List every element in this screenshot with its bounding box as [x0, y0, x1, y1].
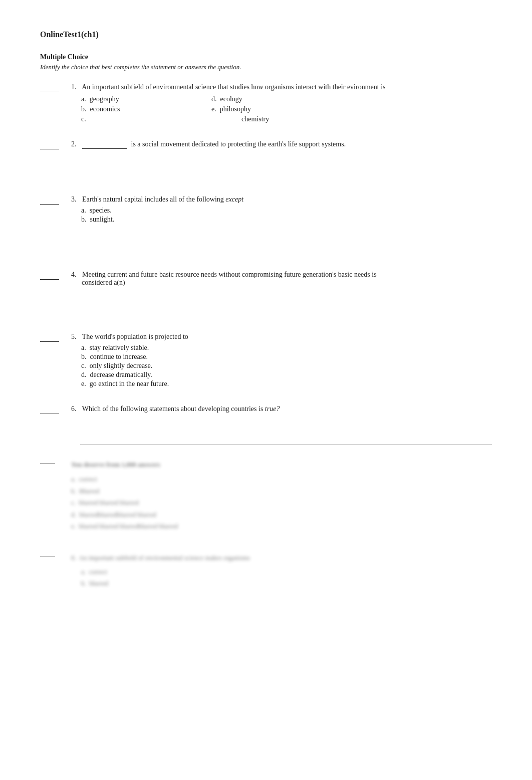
choices-list-3: a. species. b. sunlight. — [81, 207, 492, 224]
answer-blank-1[interactable] — [40, 83, 65, 92]
question-number-3: 3. — [71, 196, 77, 204]
question-content-2: 2. is a social movement dedicated to pro… — [71, 140, 492, 149]
choice-3a: a. species. — [81, 207, 492, 215]
question-number-2: 2. — [71, 140, 77, 148]
answer-blank-5[interactable] — [40, 333, 65, 342]
answer-blank-2[interactable] — [40, 140, 65, 149]
question-content-6: 6. Which of the following statements abo… — [71, 405, 492, 413]
answer-blank-blurred — [40, 455, 65, 464]
question-text-1: An important subfield of environmental s… — [82, 83, 385, 91]
question-number-1: 1. — [71, 83, 77, 91]
choice-1e: e. philosophy — [211, 105, 322, 113]
question-block-2: 2. is a social movement dedicated to pro… — [40, 140, 492, 149]
blurred-content: You deserve from 1,000 answers a. correc… — [71, 459, 492, 532]
answer-blank-blurred-2 — [40, 548, 65, 557]
question-content-3: 3. Earth's natural capital includes all … — [71, 196, 492, 225]
blurred-content-2: 8. An important subfield of environmenta… — [71, 552, 492, 589]
choice-1d: d. ecology — [211, 95, 322, 103]
question-content-4: 4. Meeting current and future basic reso… — [71, 271, 492, 287]
question-number-4: 4. — [71, 271, 77, 279]
answer-blank-6[interactable] — [40, 405, 65, 414]
question-content-5: 5. The world's population is projected t… — [71, 333, 492, 389]
blurred-section: You deserve from 1,000 answers a. correc… — [40, 455, 492, 532]
section-header: Multiple Choice — [40, 53, 492, 61]
answer-blank-4[interactable] — [40, 271, 65, 280]
question-content-1: 1. An important subfield of environmenta… — [71, 83, 492, 124]
choices-grid-1: a. geography d. ecology b. economics e. … — [81, 95, 492, 124]
choice-5c: c. only slightly decrease. — [81, 362, 492, 370]
question-block-6: 6. Which of the following statements abo… — [40, 405, 492, 414]
blurred-question-number: 8. — [71, 554, 76, 561]
inline-blank-2[interactable] — [82, 140, 127, 149]
question-block-1: 1. An important subfield of environmenta… — [40, 83, 492, 124]
choice-5b: b. continue to increase. — [81, 353, 492, 361]
question-number-5: 5. — [71, 333, 77, 341]
question-text-3: Earth's natural capital includes all of … — [82, 196, 243, 203]
choice-1c: chemistry — [241, 115, 322, 123]
choice-5a: a. stay relatively stable. — [81, 344, 492, 352]
choice-5d: d. decrease dramatically. — [81, 371, 492, 379]
question-block-blurred-2: 8. An important subfield of environmenta… — [40, 548, 492, 589]
blurred-question-text: An important subfield of environmental s… — [78, 554, 250, 561]
choice-1a: a. geography — [81, 95, 191, 103]
section-divider — [80, 444, 492, 445]
question-block-5: 5. The world's population is projected t… — [40, 333, 492, 389]
page-title: OnlineTest1(ch1) — [40, 30, 492, 39]
question-number-6: 6. — [71, 405, 77, 413]
choice-1b: b. economics — [81, 105, 191, 113]
question-block-4: 4. Meeting current and future basic reso… — [40, 271, 492, 287]
choice-1c-label: c. — [81, 115, 191, 123]
question-text-4: Meeting current and future basic resourc… — [71, 271, 377, 286]
choice-5e: e. go extinct in the near future. — [81, 380, 492, 388]
question-block-3: 3. Earth's natural capital includes all … — [40, 196, 492, 225]
choice-3b: b. sunlight. — [81, 216, 492, 224]
question-text-6: Which of the following statements about … — [82, 405, 280, 413]
question-text-2: is a social movement dedicated to protec… — [131, 140, 346, 148]
choices-list-5: a. stay relatively stable. b. continue t… — [81, 344, 492, 388]
question-text-5: The world's population is projected to — [82, 333, 188, 340]
answer-blank-3[interactable] — [40, 196, 65, 205]
section-instruction: Identify the choice that best completes … — [40, 63, 492, 71]
